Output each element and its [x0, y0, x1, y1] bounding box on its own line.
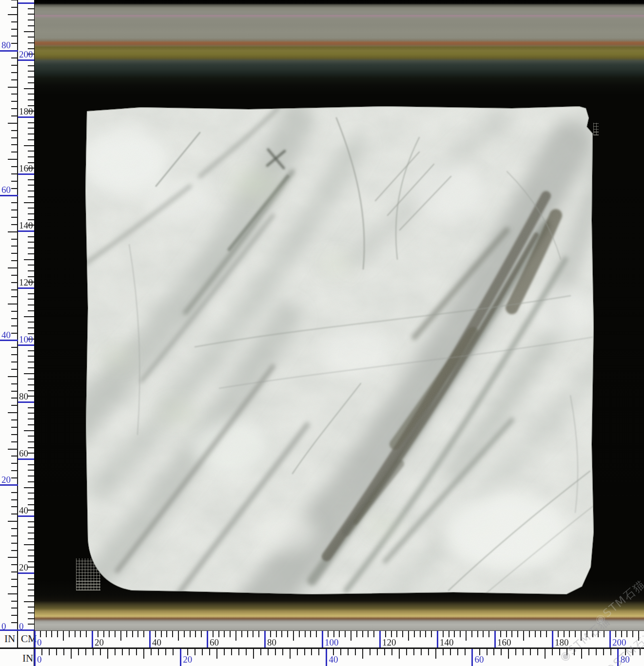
ruler-tick — [28, 561, 34, 562]
ruler-tick — [28, 293, 34, 294]
ruler-tick — [28, 179, 34, 180]
ruler-tick — [11, 571, 17, 572]
ruler-label-in: 0 — [1, 622, 6, 631]
ruler-tick — [28, 242, 34, 243]
ruler-tick — [136, 649, 137, 655]
ruler-label-cm: 20 — [95, 638, 104, 647]
ruler-label-cm: 140 — [19, 221, 33, 230]
ruler-tick — [268, 649, 269, 655]
ruler-tick — [56, 649, 57, 655]
ruler-tick — [11, 115, 17, 116]
ruler-tick — [11, 0, 17, 0]
ruler-tick — [11, 441, 17, 442]
ruler-tick — [28, 379, 34, 380]
ruler-tick — [8, 557, 17, 558]
ruler-tick — [465, 649, 466, 655]
ruler-tick — [11, 456, 17, 457]
ruler-tick — [129, 649, 130, 655]
ruler-label-in: 80 — [621, 655, 630, 665]
ruler-tick — [345, 631, 346, 637]
ruler-tick — [351, 631, 351, 641]
ruler-tick — [11, 506, 17, 507]
ruler-tick-major — [326, 649, 327, 666]
ruler-tick — [457, 649, 458, 655]
ruler-tick — [362, 631, 363, 637]
ruler-tick — [28, 196, 34, 197]
ruler-tick — [28, 42, 34, 43]
ruler-tick — [511, 631, 512, 637]
ruler-tick — [11, 318, 17, 319]
ruler-label-cm: 100 — [19, 335, 33, 344]
ruler-tick — [270, 631, 271, 637]
ruler-tick — [11, 528, 17, 529]
ruler-tick — [86, 631, 87, 637]
ruler-tick — [540, 631, 541, 637]
ruler-tick — [370, 649, 371, 655]
ruler-tick — [11, 470, 17, 471]
ruler-tick — [11, 94, 17, 95]
ruler-tick — [28, 367, 34, 368]
ruler-tick — [57, 631, 58, 637]
ruler-tick-major — [379, 631, 381, 647]
ruler-tick — [28, 304, 34, 305]
ruler-tick — [28, 384, 34, 385]
ruler-label-cm: 160 — [497, 638, 511, 647]
ruler-tick — [8, 376, 17, 377]
ruler-tick — [69, 631, 70, 637]
ruler-tick — [28, 156, 34, 157]
ruler-tick — [11, 246, 17, 247]
ruler-tick-major — [552, 631, 553, 647]
ruler-tick-major — [149, 631, 151, 647]
ruler-tick — [385, 631, 386, 637]
ruler-tick — [28, 265, 34, 266]
ruler-tick — [297, 649, 298, 655]
ruler-tick — [166, 631, 167, 637]
ruler-tick — [126, 631, 127, 637]
ruler-tick — [11, 601, 17, 602]
ruler-tick — [569, 631, 570, 637]
ruler-tick — [384, 649, 385, 655]
ruler-label-in: 80 — [1, 40, 11, 50]
ruler-tick — [8, 267, 17, 268]
ruler-tick — [11, 108, 17, 109]
ruler-tick — [443, 631, 444, 637]
ruler-tick — [190, 631, 191, 637]
ruler-tick — [63, 631, 64, 641]
ruler-tick — [216, 649, 217, 659]
ruler-tick — [28, 464, 34, 465]
ruler-tick — [161, 631, 162, 637]
slab-scan-page: IN CM IN 0204060801001201401601802000204… — [0, 0, 644, 666]
ruler-tick — [11, 354, 17, 355]
ruler-tick — [421, 649, 422, 655]
ruler-tick — [98, 631, 98, 637]
ruler-tick — [122, 649, 123, 655]
ruler-tick — [471, 631, 472, 637]
ruler-tick — [413, 649, 414, 655]
ruler-tick — [28, 253, 34, 254]
ruler-tick — [24, 487, 34, 488]
ruler-tick — [11, 398, 17, 399]
ruler-tick — [640, 649, 641, 655]
ruler-tick — [305, 631, 306, 637]
ruler-tick — [28, 25, 34, 26]
ruler-label-cm: 0 — [19, 622, 24, 631]
ruler-tick — [11, 289, 17, 290]
ruler-tick — [11, 65, 17, 66]
ruler-tick — [8, 159, 17, 160]
ruler-tick — [8, 304, 17, 304]
ruler-label-cm: 20 — [19, 563, 28, 572]
ruler-label-cm: 40 — [152, 638, 161, 647]
ruler-tick — [632, 649, 633, 655]
ruler-tick — [566, 649, 567, 655]
ruler-tick — [28, 299, 34, 300]
ruler-label-cm: 80 — [267, 638, 276, 647]
ruler-tick — [299, 631, 300, 637]
ruler-tick — [11, 463, 17, 464]
ruler-tick — [85, 649, 86, 655]
ruler-tick — [11, 209, 17, 210]
ruler-tick — [598, 631, 599, 637]
ruler-label-cm: 120 — [19, 278, 33, 287]
ruler-tick — [318, 649, 319, 655]
ruler-tick — [28, 71, 34, 72]
ruler-tick — [8, 14, 17, 15]
